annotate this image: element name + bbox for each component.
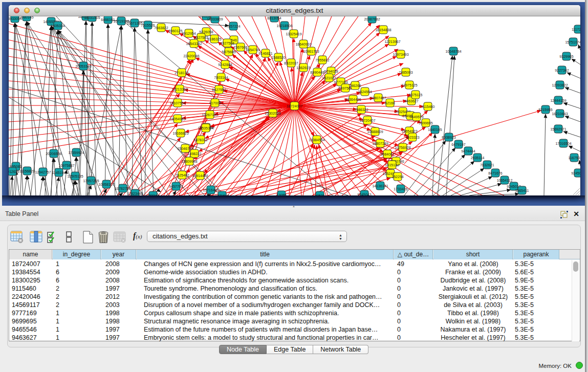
svg-text:12213967: 12213967 xyxy=(384,40,400,43)
svg-text:6794028: 6794028 xyxy=(324,70,338,73)
svg-text:8322037: 8322037 xyxy=(284,61,298,65)
svg-text:1640195: 1640195 xyxy=(428,128,442,132)
svg-text:12444159: 12444159 xyxy=(550,99,566,102)
svg-text:14136141: 14136141 xyxy=(372,184,388,188)
svg-text:8454749: 8454749 xyxy=(246,48,259,52)
svg-text:8960125: 8960125 xyxy=(168,29,182,33)
svg-text:5878312: 5878312 xyxy=(193,138,207,142)
svg-text:4923323: 4923323 xyxy=(405,136,419,139)
svg-text:7857224: 7857224 xyxy=(226,25,240,28)
svg-text:62160: 62160 xyxy=(385,101,395,105)
svg-text:9245012: 9245012 xyxy=(571,171,580,175)
svg-text:10756928: 10756928 xyxy=(395,146,410,149)
svg-text:19166825: 19166825 xyxy=(172,132,188,135)
svg-text:10975887: 10975887 xyxy=(58,164,74,167)
svg-text:10688609: 10688609 xyxy=(367,130,383,134)
svg-text:18807249: 18807249 xyxy=(372,142,388,145)
svg-text:12975125: 12975125 xyxy=(401,83,417,87)
svg-text:6479197: 6479197 xyxy=(451,143,465,146)
svg-text:20387682: 20387682 xyxy=(364,17,380,21)
svg-text:116753: 116753 xyxy=(569,156,580,160)
svg-text:18031505: 18031505 xyxy=(84,16,100,19)
svg-text:9463627: 9463627 xyxy=(404,99,418,103)
svg-text:7515526: 7515526 xyxy=(141,24,155,27)
svg-text:1671646: 1671646 xyxy=(215,194,229,196)
svg-text:1498222: 1498222 xyxy=(187,152,201,156)
svg-text:8990448: 8990448 xyxy=(310,71,324,74)
svg-text:16782759: 16782759 xyxy=(115,187,130,190)
svg-text:10961763: 10961763 xyxy=(303,50,319,53)
svg-text:10807487: 10807487 xyxy=(370,96,386,100)
svg-text:3912639: 3912639 xyxy=(9,170,19,173)
svg-text:19384554: 19384554 xyxy=(309,138,324,142)
svg-text:1621022: 1621022 xyxy=(322,76,336,80)
svg-text:19654923: 19654923 xyxy=(401,129,417,133)
svg-text:9115460: 9115460 xyxy=(421,105,435,108)
svg-text:16033809: 16033809 xyxy=(207,17,223,21)
svg-text:1065411: 1065411 xyxy=(515,189,529,192)
svg-text:18640910: 18640910 xyxy=(295,42,311,46)
svg-text:90531: 90531 xyxy=(315,194,325,196)
svg-text:9227342: 9227342 xyxy=(555,69,569,72)
svg-text:9649579: 9649579 xyxy=(409,115,423,119)
svg-text:16210643: 16210643 xyxy=(552,112,568,116)
svg-text:20053346: 20053346 xyxy=(75,64,91,68)
svg-text:18724007: 18724007 xyxy=(287,104,302,108)
svg-text:13267130: 13267130 xyxy=(202,113,217,117)
svg-text:15809948: 15809948 xyxy=(181,160,197,163)
svg-text:7803144: 7803144 xyxy=(214,76,228,79)
svg-text:9329965: 9329965 xyxy=(559,55,573,58)
svg-text:8912954: 8912954 xyxy=(182,32,195,35)
svg-text:11156829: 11156829 xyxy=(19,169,35,173)
svg-text:7485003: 7485003 xyxy=(399,71,412,74)
svg-text:15751074: 15751074 xyxy=(565,40,580,44)
svg-text:16671385: 16671385 xyxy=(126,21,142,25)
svg-text:9146821: 9146821 xyxy=(258,52,272,55)
svg-text:8215955: 8215955 xyxy=(538,108,552,112)
svg-text:9474444: 9474444 xyxy=(461,149,475,153)
svg-text:9699695: 9699695 xyxy=(419,121,432,125)
svg-text:17016504: 17016504 xyxy=(555,142,571,145)
svg-text:1145194: 1145194 xyxy=(52,171,66,174)
svg-text:9327508: 9327508 xyxy=(220,41,234,45)
svg-text:7632621: 7632621 xyxy=(480,163,494,167)
svg-text:1588520: 1588520 xyxy=(271,56,285,59)
svg-text:8471676: 8471676 xyxy=(488,171,502,175)
svg-text:15716485: 15716485 xyxy=(203,188,219,192)
svg-text:9457791: 9457791 xyxy=(169,185,183,188)
svg-text:15692971: 15692971 xyxy=(550,127,566,131)
svg-text:12505135: 12505135 xyxy=(67,174,83,178)
svg-text:417005: 417005 xyxy=(209,101,221,105)
svg-text:12823448: 12823448 xyxy=(127,192,143,195)
svg-text:2718176: 2718176 xyxy=(175,71,188,75)
svg-text:19218506: 19218506 xyxy=(276,24,292,28)
svg-text:12213369: 12213369 xyxy=(171,87,187,91)
svg-text:5875685: 5875685 xyxy=(222,50,235,54)
svg-text:16914479: 16914479 xyxy=(192,174,208,178)
svg-text:7955812: 7955812 xyxy=(315,58,329,62)
svg-text:8938923: 8938923 xyxy=(442,136,455,139)
svg-text:5375115: 5375115 xyxy=(409,93,423,97)
svg-text:3624554: 3624554 xyxy=(358,90,372,94)
svg-text:2080145: 2080145 xyxy=(19,16,33,19)
svg-text:9242848: 9242848 xyxy=(218,63,232,67)
svg-text:1615132: 1615132 xyxy=(385,163,399,167)
svg-text:19054985: 19054985 xyxy=(169,117,185,121)
svg-text:5226058: 5226058 xyxy=(199,30,213,34)
svg-text:1117233: 1117233 xyxy=(572,28,580,31)
svg-text:1362615: 1362615 xyxy=(296,66,310,70)
svg-text:8813054: 8813054 xyxy=(267,16,281,20)
svg-text:10648784: 10648784 xyxy=(445,50,461,53)
svg-text:17359924: 17359924 xyxy=(68,151,84,155)
svg-text:16543382: 16543382 xyxy=(186,42,202,46)
svg-text:22420046: 22420046 xyxy=(183,54,199,58)
svg-text:7663822: 7663822 xyxy=(154,26,168,30)
svg-text:12055: 12055 xyxy=(276,193,287,196)
svg-text:1405334: 1405334 xyxy=(51,24,64,28)
svg-text:7986322: 7986322 xyxy=(354,108,368,112)
svg-text:12942757: 12942757 xyxy=(35,170,51,174)
svg-text:982344: 982344 xyxy=(147,194,159,196)
svg-text:10654112: 10654112 xyxy=(497,179,513,182)
svg-text:20206556: 20206556 xyxy=(46,152,61,156)
svg-text:13325419: 13325419 xyxy=(286,32,301,36)
